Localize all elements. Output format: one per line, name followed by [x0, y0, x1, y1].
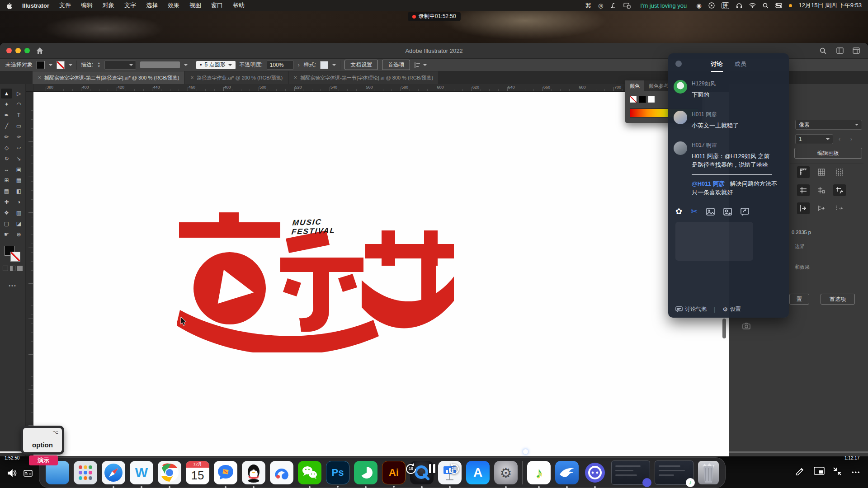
dock-qq-icon[interactable]: [242, 461, 265, 484]
pen-tool-icon[interactable]: ✒: [1, 110, 12, 120]
stroke-weight-stepper[interactable]: ▲▼: [97, 62, 100, 68]
dock-safari-icon[interactable]: [102, 461, 125, 484]
dock-w-app-icon[interactable]: W: [130, 461, 153, 484]
snap-to-pixel-icon[interactable]: [797, 202, 810, 214]
show-rulers-icon[interactable]: [797, 166, 810, 178]
artboard-number-select[interactable]: 1: [795, 134, 833, 144]
panel-dock-camera-icon[interactable]: [742, 323, 750, 329]
more-options-icon[interactable]: •••: [852, 469, 861, 476]
avatar[interactable]: [674, 111, 687, 124]
volume-icon[interactable]: [7, 469, 17, 477]
shaper-tool-icon[interactable]: ◇: [1, 143, 12, 153]
none-color-swatch[interactable]: [630, 96, 637, 103]
panel-preferences-button[interactable]: 首选项: [821, 294, 855, 305]
control-center-icon[interactable]: [775, 3, 782, 8]
document-tab-2[interactable]: × 路径造字作业.ai* @ 200 % (RGB/预览): [185, 71, 288, 84]
headphones-icon[interactable]: [736, 3, 742, 9]
rewind-10-button[interactable]: 10: [404, 462, 418, 476]
brush-preview-swatch[interactable]: [140, 61, 180, 68]
screenshot-scissors-icon[interactable]: ✂: [691, 207, 698, 216]
menu-bar-clock[interactable]: 12月15日 周四 下午9:53: [799, 1, 862, 9]
dock-app-store-icon[interactable]: A: [466, 461, 490, 484]
direct-selection-tool-icon[interactable]: ▷: [13, 89, 24, 99]
dock-baidu-netdisk-icon[interactable]: [270, 461, 293, 484]
spotlight-search-icon[interactable]: [763, 3, 769, 9]
menubar-item[interactable]: 效果: [168, 1, 179, 9]
now-playing-song-title[interactable]: I'm just loving you: [640, 2, 687, 9]
reset-button-partial[interactable]: 置: [789, 294, 809, 305]
stroke-weight-value[interactable]: [104, 61, 136, 70]
menubar-item[interactable]: 编辑: [81, 1, 93, 9]
document-setup-button[interactable]: 文档设置: [344, 60, 378, 70]
draw-normal-mode-icon[interactable]: [3, 266, 8, 271]
dock-thunder-icon[interactable]: [555, 461, 579, 484]
show-grid-icon[interactable]: [815, 166, 828, 178]
menubar-item[interactable]: 文字: [124, 1, 136, 9]
image-icon[interactable]: [706, 208, 715, 216]
people-image-icon[interactable]: [723, 208, 732, 216]
video-progress-handle[interactable]: [523, 449, 528, 454]
arrange-documents-icon[interactable]: [836, 47, 844, 54]
wifi-icon[interactable]: [749, 3, 756, 8]
show-guides-icon[interactable]: [797, 184, 810, 196]
close-tab-icon[interactable]: ×: [294, 75, 297, 81]
color-tab[interactable]: 颜色: [625, 80, 644, 91]
dock-smiley-app-icon[interactable]: [583, 461, 607, 484]
slice-tool-icon[interactable]: ◪: [13, 219, 24, 229]
eraser-tool-icon[interactable]: ▱: [13, 143, 24, 153]
dock-trash-icon[interactable]: [698, 461, 719, 484]
width-tool-icon[interactable]: ↔: [1, 164, 12, 174]
chat-mention[interactable]: @H011 阿彦: [692, 180, 725, 187]
stroke-color-swatch[interactable]: [57, 61, 65, 69]
units-select[interactable]: 像素: [795, 120, 862, 130]
apple-logo-icon[interactable]: [6, 2, 12, 9]
menubar-item[interactable]: 帮助: [233, 1, 245, 9]
line-tool-icon[interactable]: ╱: [1, 121, 12, 131]
opacity-more-icon[interactable]: ›: [298, 62, 300, 68]
close-tab-icon[interactable]: ×: [190, 75, 193, 81]
canvas-vertical-scrollbar[interactable]: [722, 319, 726, 338]
ruler-corner[interactable]: [26, 84, 33, 92]
draw-inside-mode-icon[interactable]: [17, 266, 23, 271]
preferences-button[interactable]: 首选项: [382, 60, 410, 70]
bubble-toggle-button[interactable]: 讨论气泡: [675, 305, 707, 313]
free-transform-tool-icon[interactable]: ▣: [13, 164, 24, 174]
lock-guides-icon[interactable]: [815, 184, 828, 196]
menubar-item[interactable]: 文件: [59, 1, 71, 9]
dock-qq-music-icon[interactable]: ♪: [527, 461, 551, 484]
workspace-switcher-icon[interactable]: [853, 47, 860, 54]
magic-wand-tool-icon[interactable]: ✦: [1, 99, 12, 109]
input-method-icon[interactable]: 拼: [722, 2, 729, 9]
subtitle-toggle-icon[interactable]: [24, 470, 33, 477]
menubar-item[interactable]: 选择: [146, 1, 158, 9]
graph-tool-icon[interactable]: ▥: [13, 208, 24, 218]
fill-color-swatch[interactable]: [37, 61, 45, 69]
minimized-window-thumbnail[interactable]: [611, 460, 650, 485]
avatar[interactable]: [674, 141, 687, 155]
rectangle-tool-icon[interactable]: ▭: [13, 121, 24, 131]
dock-launchpad-icon[interactable]: [74, 461, 97, 484]
pause-button[interactable]: [428, 463, 436, 474]
dock-chrome-icon[interactable]: [158, 461, 181, 484]
chat-settings-button[interactable]: ⚙ 设置: [722, 305, 741, 313]
fill-chevron-icon[interactable]: [49, 64, 52, 68]
shape-builder-tool-icon[interactable]: ⊞: [1, 175, 12, 185]
paintbrush-tool-icon[interactable]: ✏: [1, 132, 12, 142]
dock-wechat-icon[interactable]: [298, 461, 321, 484]
menubar-item[interactable]: 对象: [103, 1, 114, 9]
menubar-item[interactable]: 窗口: [211, 1, 223, 9]
align-options-icon[interactable]: [414, 62, 427, 68]
document-tab-1[interactable]: × 摇醒实验室字体课-第二节[路径造字].ai* @ 300 % (RGB/预览…: [33, 71, 185, 84]
previous-artboard-icon[interactable]: ‹: [839, 136, 840, 142]
search-icon[interactable]: [820, 47, 826, 54]
dock-system-settings-icon[interactable]: ⚙: [494, 461, 518, 484]
perspective-grid-tool-icon[interactable]: ▦: [13, 175, 24, 185]
zoom-tool-icon[interactable]: ⊕: [13, 230, 24, 239]
screen-recording-indicator[interactable]: 录制中01:52:50: [408, 12, 461, 21]
vertical-ruler[interactable]: [26, 92, 33, 456]
style-chevron-icon[interactable]: [332, 64, 336, 68]
minimized-window-thumbnail[interactable]: ♪: [655, 460, 693, 485]
horizontal-ruler[interactable]: 3804004204404604805005205405605806006206…: [33, 84, 729, 92]
artboard-tool-icon[interactable]: ▢: [1, 219, 12, 229]
sticker-flower-icon[interactable]: ✿: [675, 207, 682, 216]
